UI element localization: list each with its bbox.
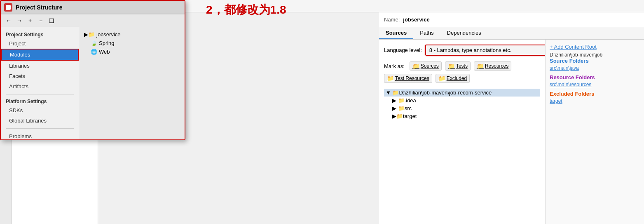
ft-src[interactable]: ▶ 📁 src bbox=[384, 104, 540, 112]
main-area: 1: Project Learn Project ▼ ▼ 📁 job-recom… bbox=[0, 12, 644, 224]
ps-remove-btn[interactable]: − bbox=[36, 16, 45, 25]
rp-tab-bar: Sources Paths Dependencies bbox=[379, 27, 644, 40]
ps-nav-modules[interactable]: Modules bbox=[1, 49, 79, 61]
ps-module-spring-label: Spring bbox=[99, 40, 115, 46]
ft-idea[interactable]: ▶ 📁 .idea bbox=[384, 97, 540, 104]
resources-folder-icon: 📁 bbox=[477, 63, 484, 69]
resource-folder-link[interactable]: src\main\resources bbox=[550, 82, 640, 87]
ps-copy-btn[interactable]: ❑ bbox=[47, 16, 56, 25]
ps-module-web-label: Web bbox=[99, 49, 110, 55]
rp-main: Language level: 8 - Lambdas, type annota… bbox=[379, 40, 545, 224]
name-value: jobservice bbox=[403, 17, 429, 23]
ps-nav: Project Settings Project Modules Librari… bbox=[1, 27, 79, 139]
excluded-folder-icon: 📁 bbox=[438, 75, 445, 82]
excluded-folders-title: Excluded Folders bbox=[550, 91, 640, 97]
ft-src-arrow: ▶ 📁 bbox=[392, 105, 405, 111]
ft-root[interactable]: ▼ 📁 D:\zhilian\job-maven\job-recom-servi… bbox=[384, 89, 540, 97]
tab-dependencies[interactable]: Dependencies bbox=[440, 27, 488, 39]
ps-toolbar: ← → + − ❑ bbox=[1, 14, 185, 27]
mark-sources-btn[interactable]: 📁 Sources bbox=[410, 61, 442, 71]
ps-module-arrow: ▶ bbox=[84, 31, 88, 38]
ps-module-spring[interactable]: 🍃 Spring bbox=[82, 39, 181, 47]
ft-target[interactable]: ▶ 📁 target bbox=[384, 112, 540, 120]
ps-nav-sdks[interactable]: SDKs bbox=[1, 105, 79, 116]
ft-root-arrow: ▼ 📁 bbox=[386, 90, 399, 96]
ps-module-label: jobservice bbox=[96, 31, 121, 38]
ft-root-label: D:\zhilian\job-maven\job-recom-service bbox=[399, 90, 492, 96]
mark-excluded-label: Excluded bbox=[447, 75, 467, 81]
ps-nav-problems[interactable]: Problems bbox=[1, 131, 79, 139]
project-structure-dialog: Project Structure ← → + − ❑ Project Sett… bbox=[0, 12, 185, 140]
rps-path: D:\zhilian\job-maven\job bbox=[550, 52, 602, 58]
excluded-folder-link[interactable]: target bbox=[550, 98, 640, 104]
ps-project-settings-label: Project Settings bbox=[1, 30, 79, 38]
sources-folder-icon: 📁 bbox=[412, 63, 419, 69]
rp-content: Language level: 8 - Lambdas, type annota… bbox=[379, 40, 644, 224]
name-label: Name: bbox=[384, 17, 400, 23]
language-level-value: 8 - Lambdas, type annotations etc. bbox=[429, 47, 545, 53]
ps-nav-artifacts[interactable]: Artifacts bbox=[1, 81, 79, 92]
ps-forward-btn[interactable]: → bbox=[15, 16, 24, 25]
mark-resources-label: Resources bbox=[485, 63, 508, 69]
ft-target-arrow: ▶ bbox=[392, 113, 396, 119]
mark-excluded-btn[interactable]: 📁 Excluded bbox=[436, 74, 470, 83]
tab-sources[interactable]: Sources bbox=[379, 27, 413, 39]
ft-target-label: target bbox=[403, 113, 417, 119]
source-folder-link[interactable]: src\main\java bbox=[550, 65, 640, 71]
mark-test-resources-btn[interactable]: 📁 Test Resources bbox=[384, 74, 432, 83]
spring-icon: 🍃 bbox=[91, 40, 97, 46]
root: File Edit View job-recom-service 1: Proj… bbox=[0, 0, 644, 224]
source-folders-title: Source Folders bbox=[550, 58, 640, 64]
mark-tests-btn[interactable]: 📁 Tests bbox=[445, 61, 471, 71]
ps-nav-facets[interactable]: Facets bbox=[1, 71, 79, 81]
ps-module-root[interactable]: ▶ 📁 jobservice bbox=[82, 30, 181, 39]
web-icon: 🌐 bbox=[91, 49, 97, 55]
ps-nav-divider2 bbox=[6, 128, 74, 129]
name-row: Name: jobservice bbox=[379, 12, 644, 27]
ps-module-web[interactable]: 🌐 Web bbox=[82, 47, 181, 56]
tab-paths[interactable]: Paths bbox=[413, 27, 440, 39]
mark-sources-label: Sources bbox=[421, 63, 439, 69]
tests-folder-icon: 📁 bbox=[448, 63, 455, 69]
ps-nav-libraries[interactable]: Libraries bbox=[1, 61, 79, 71]
ft-target-folder-icon: 📁 bbox=[396, 113, 403, 119]
mark-as-label: Mark as: bbox=[384, 63, 405, 69]
ps-back-btn[interactable]: ← bbox=[4, 16, 13, 25]
mark-as-row: Mark as: 📁 Sources 📁 Tests 📁 Resources bbox=[384, 61, 540, 83]
ps-platform-settings-label: Platform Settings bbox=[1, 97, 79, 105]
add-content-root-btn[interactable]: + Add Content Root bbox=[550, 44, 640, 50]
right-panel: Name: jobservice Sources Paths Dependenc… bbox=[379, 12, 644, 224]
rp-sidebar: + Add Content Root D:\zhilian\job-maven\… bbox=[545, 40, 644, 224]
language-level-select[interactable]: 8 - Lambdas, type annotations etc. ▼ bbox=[425, 45, 545, 56]
ps-nav-divider1 bbox=[6, 94, 74, 94]
test-resources-folder-icon: 📁 bbox=[387, 75, 394, 82]
ps-nav-global-libraries[interactable]: Global Libraries bbox=[1, 116, 79, 126]
mark-tests-label: Tests bbox=[456, 63, 468, 69]
ft-idea-arrow: ▶ 📁 bbox=[392, 97, 405, 104]
language-level-row: Language level: 8 - Lambdas, type annota… bbox=[384, 45, 540, 56]
ft-idea-label: .idea bbox=[405, 97, 416, 104]
file-tree: ▼ 📁 D:\zhilian\job-maven\job-recom-servi… bbox=[384, 89, 540, 120]
ps-module-tree-area: ▶ 📁 jobservice 🍃 Spring 🌐 Web bbox=[79, 27, 185, 139]
ps-body: Project Settings Project Modules Librari… bbox=[1, 27, 185, 139]
ps-nav-project[interactable]: Project bbox=[1, 38, 79, 49]
language-level-label: Language level: bbox=[384, 47, 422, 53]
module-folder-icon: 📁 bbox=[88, 31, 95, 38]
mark-resources-btn[interactable]: 📁 Resources bbox=[474, 61, 511, 71]
ps-module-tree: ▶ 📁 jobservice 🍃 Spring 🌐 Web bbox=[82, 30, 181, 56]
ft-src-label: src bbox=[405, 105, 412, 111]
resource-folders-title: Resource Folders bbox=[550, 74, 640, 80]
mark-test-resources-label: Test Resources bbox=[395, 75, 429, 81]
ps-add-btn[interactable]: + bbox=[26, 16, 35, 25]
